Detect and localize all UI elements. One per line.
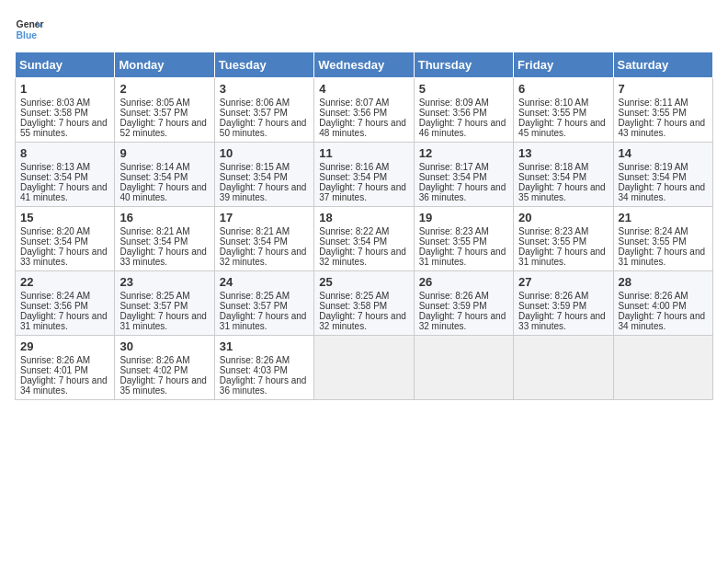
calendar-week-row: 29 Sunrise: 8:26 AM Sunset: 4:01 PM Dayl… [16, 336, 713, 400]
calendar-header-cell: Thursday [414, 52, 513, 78]
daylight: Daylight: 7 hours and 37 minutes. [319, 182, 406, 202]
calendar-day-cell: 20 Sunrise: 8:23 AM Sunset: 3:55 PM Dayl… [514, 207, 613, 271]
sunrise: Sunrise: 8:24 AM [619, 226, 688, 236]
day-number: 17 [220, 211, 309, 224]
sunrise: Sunrise: 8:25 AM [319, 291, 389, 301]
daylight: Daylight: 7 hours and 35 minutes. [119, 375, 207, 396]
sunset: Sunset: 3:55 PM [518, 236, 586, 247]
sunset: Sunset: 3:54 PM [220, 236, 288, 247]
calendar-day-cell: 16 Sunrise: 8:21 AM Sunset: 3:54 PM Dayl… [115, 207, 214, 271]
calendar-day-cell: 17 Sunrise: 8:21 AM Sunset: 3:54 PM Dayl… [214, 207, 313, 271]
day-number: 21 [619, 211, 708, 224]
daylight: Daylight: 7 hours and 33 minutes. [119, 247, 207, 267]
calendar-day-cell: 27 Sunrise: 8:26 AM Sunset: 3:59 PM Dayl… [514, 271, 613, 336]
sunrise: Sunrise: 8:26 AM [419, 291, 489, 301]
daylight: Daylight: 7 hours and 31 minutes. [119, 311, 207, 331]
sunset: Sunset: 4:00 PM [619, 301, 687, 311]
sunrise: Sunrise: 8:21 AM [119, 226, 189, 236]
daylight: Daylight: 7 hours and 45 minutes. [518, 118, 606, 138]
sunset: Sunset: 3:59 PM [518, 301, 586, 311]
sunset: Sunset: 3:54 PM [619, 172, 687, 182]
sunset: Sunset: 3:57 PM [220, 108, 288, 118]
sunset: Sunset: 3:54 PM [20, 236, 88, 247]
calendar-header-cell: Monday [115, 52, 214, 78]
daylight: Daylight: 7 hours and 50 minutes. [220, 118, 307, 138]
day-number: 4 [319, 82, 408, 96]
calendar-week-row: 8 Sunrise: 8:13 AM Sunset: 3:54 PM Dayli… [16, 143, 713, 207]
sunrise: Sunrise: 8:16 AM [319, 162, 389, 172]
sunset: Sunset: 3:54 PM [518, 172, 586, 182]
calendar-header-cell: Saturday [613, 52, 712, 78]
sunrise: Sunrise: 8:26 AM [220, 355, 290, 365]
daylight: Daylight: 7 hours and 31 minutes. [619, 247, 706, 267]
daylight: Daylight: 7 hours and 31 minutes. [518, 247, 606, 267]
day-number: 30 [119, 339, 209, 353]
sunrise: Sunrise: 8:26 AM [20, 355, 90, 365]
daylight: Daylight: 7 hours and 33 minutes. [20, 247, 108, 267]
calendar-day-cell: 25 Sunrise: 8:25 AM Sunset: 3:58 PM Dayl… [314, 271, 414, 336]
daylight: Daylight: 7 hours and 36 minutes. [220, 375, 307, 396]
day-number: 14 [619, 146, 708, 160]
calendar-body: 1 Sunrise: 8:03 AM Sunset: 3:58 PM Dayli… [16, 78, 713, 400]
day-number: 5 [419, 82, 508, 96]
daylight: Daylight: 7 hours and 34 minutes. [20, 375, 108, 396]
daylight: Daylight: 7 hours and 40 minutes. [119, 182, 207, 202]
daylight: Daylight: 7 hours and 31 minutes. [419, 247, 506, 267]
day-number: 22 [20, 275, 109, 289]
sunrise: Sunrise: 8:21 AM [220, 226, 290, 236]
calendar-day-cell: 14 Sunrise: 8:19 AM Sunset: 3:54 PM Dayl… [613, 143, 712, 207]
day-number: 18 [319, 211, 408, 224]
daylight: Daylight: 7 hours and 31 minutes. [20, 311, 108, 331]
daylight: Daylight: 7 hours and 39 minutes. [220, 182, 307, 202]
calendar-header-row: SundayMondayTuesdayWednesdayThursdayFrid… [16, 52, 713, 78]
day-number: 19 [419, 211, 508, 224]
sunrise: Sunrise: 8:07 AM [319, 98, 389, 108]
sunrise: Sunrise: 8:20 AM [20, 226, 90, 236]
sunrise: Sunrise: 8:05 AM [119, 98, 189, 108]
sunrise: Sunrise: 8:17 AM [419, 162, 489, 172]
day-number: 6 [518, 82, 608, 96]
calendar-day-cell: 1 Sunrise: 8:03 AM Sunset: 3:58 PM Dayli… [16, 78, 115, 143]
calendar-day-cell: 7 Sunrise: 8:11 AM Sunset: 3:55 PM Dayli… [613, 78, 712, 143]
daylight: Daylight: 7 hours and 33 minutes. [518, 311, 606, 331]
calendar-day-cell: 6 Sunrise: 8:10 AM Sunset: 3:55 PM Dayli… [514, 78, 613, 143]
sunrise: Sunrise: 8:26 AM [119, 355, 189, 365]
day-number: 29 [20, 339, 109, 353]
day-number: 1 [20, 82, 109, 96]
calendar-day-cell: 23 Sunrise: 8:25 AM Sunset: 3:57 PM Dayl… [115, 271, 214, 336]
calendar-day-cell: 5 Sunrise: 8:09 AM Sunset: 3:56 PM Dayli… [414, 78, 513, 143]
sunset: Sunset: 3:56 PM [20, 301, 88, 311]
calendar-header-cell: Wednesday [314, 52, 414, 78]
calendar-day-cell: 30 Sunrise: 8:26 AM Sunset: 4:02 PM Dayl… [115, 336, 214, 400]
calendar-week-row: 15 Sunrise: 8:20 AM Sunset: 3:54 PM Dayl… [16, 207, 713, 271]
sunrise: Sunrise: 8:14 AM [119, 162, 189, 172]
sunset: Sunset: 3:58 PM [20, 108, 88, 118]
daylight: Daylight: 7 hours and 35 minutes. [518, 182, 606, 202]
page-header: General Blue [15, 15, 713, 44]
sunset: Sunset: 3:54 PM [119, 236, 188, 247]
sunrise: Sunrise: 8:25 AM [119, 291, 189, 301]
sunrise: Sunrise: 8:23 AM [419, 226, 489, 236]
calendar-day-cell: 8 Sunrise: 8:13 AM Sunset: 3:54 PM Dayli… [16, 143, 115, 207]
calendar-week-row: 22 Sunrise: 8:24 AM Sunset: 3:56 PM Dayl… [16, 271, 713, 336]
day-number: 23 [119, 275, 209, 289]
daylight: Daylight: 7 hours and 36 minutes. [419, 182, 506, 202]
logo: General Blue [15, 15, 44, 44]
calendar-day-cell: 15 Sunrise: 8:20 AM Sunset: 3:54 PM Dayl… [16, 207, 115, 271]
daylight: Daylight: 7 hours and 32 minutes. [319, 247, 406, 267]
day-number: 2 [119, 82, 209, 96]
sunset: Sunset: 3:58 PM [319, 301, 387, 311]
day-number: 15 [20, 211, 109, 224]
sunrise: Sunrise: 8:10 AM [518, 98, 588, 108]
sunrise: Sunrise: 8:26 AM [619, 291, 688, 301]
calendar-day-cell [314, 336, 414, 400]
daylight: Daylight: 7 hours and 31 minutes. [220, 311, 307, 331]
calendar-day-cell: 19 Sunrise: 8:23 AM Sunset: 3:55 PM Dayl… [414, 207, 513, 271]
sunset: Sunset: 3:55 PM [518, 108, 586, 118]
calendar-day-cell: 26 Sunrise: 8:26 AM Sunset: 3:59 PM Dayl… [414, 271, 513, 336]
sunrise: Sunrise: 8:18 AM [518, 162, 588, 172]
sunset: Sunset: 3:55 PM [419, 236, 487, 247]
sunset: Sunset: 3:57 PM [119, 301, 188, 311]
calendar-week-row: 1 Sunrise: 8:03 AM Sunset: 3:58 PM Dayli… [16, 78, 713, 143]
daylight: Daylight: 7 hours and 48 minutes. [319, 118, 406, 138]
